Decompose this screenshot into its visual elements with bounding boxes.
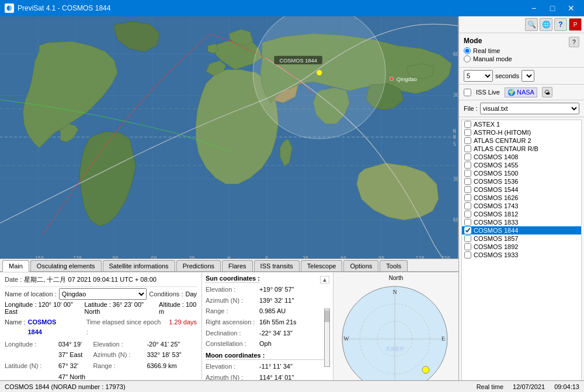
satellite-list-item[interactable]: ATLAS CENTAUR 2 xyxy=(462,136,581,145)
sun-ra-val: 16h 55m 21s xyxy=(259,317,297,328)
satellite-checkbox[interactable] xyxy=(464,211,471,218)
date-row: Date : 星期二, 十二月 07 2021 09:04:11 UTC + 0… xyxy=(5,275,197,287)
sun-const-label: Constellation : xyxy=(206,338,258,349)
date-value: 星期二, 十二月 07 2021 09:04:11 UTC + 08:00 xyxy=(24,275,157,285)
satellite-list-item[interactable]: COSMOS 1933 xyxy=(462,251,581,259)
tab-flares[interactable]: Flares xyxy=(222,260,253,271)
satellite-checkbox[interactable] xyxy=(464,153,471,160)
satellite-list-item[interactable]: ASTRO-H (HITOMI) xyxy=(462,128,581,136)
satellite-checkbox[interactable] xyxy=(464,170,471,177)
satellite-list-item[interactable]: COSMOS 1743 xyxy=(462,202,581,210)
satellite-list-item[interactable]: COSMOS 1812 xyxy=(462,210,581,218)
help-icon[interactable]: ? xyxy=(554,18,567,31)
globe-icon[interactable]: 🌐 xyxy=(540,18,552,31)
tab-satellite-info[interactable]: Satellite informations xyxy=(103,260,175,271)
svg-text:-60: -60 xyxy=(148,256,157,258)
satellite-list-item[interactable]: COSMOS 1536 xyxy=(462,177,581,186)
satellite-checkbox[interactable] xyxy=(464,137,471,144)
sun-moon-panel: Sun coordinates : ▲ Elevation :+19° 09' … xyxy=(201,272,333,380)
sun-azim-val: 139° 32' 11" xyxy=(259,295,294,306)
real-time-radio[interactable] xyxy=(464,47,471,54)
satellite-list-item[interactable]: COSMOS 1408 xyxy=(462,153,581,161)
zoom-icon[interactable]: 🔍 xyxy=(525,18,538,31)
satellite-list[interactable]: ASTEX 1ASTRO-H (HITOMI)ATLAS CENTAUR 2AT… xyxy=(461,120,582,390)
iss-checkbox[interactable] xyxy=(464,89,471,96)
user-icon[interactable]: P xyxy=(569,18,582,31)
satellite-checkbox[interactable] xyxy=(464,251,471,258)
tab-iss[interactable]: ISS transits xyxy=(254,260,300,271)
satellite-list-item[interactable]: ASTEX 1 xyxy=(462,120,581,128)
manual-mode-option[interactable]: Manual mode xyxy=(464,55,579,62)
satellite-list-item[interactable]: COSMOS 1857 xyxy=(462,235,581,243)
close-button[interactable]: ✕ xyxy=(563,0,579,16)
file-select[interactable]: visual.txt xyxy=(480,103,579,114)
satellite-checkbox[interactable] xyxy=(464,145,471,152)
svg-text:-90: -90 xyxy=(110,256,119,258)
satellite-name: ATLAS CENTAUR R/B xyxy=(474,145,538,152)
file-row: File : visual.txt xyxy=(459,100,584,117)
satellite-checkbox[interactable] xyxy=(464,227,471,234)
lat2-val: 67° 32' 47" North xyxy=(58,360,88,380)
world-map[interactable]: COSMOS 1844 Qingdao -150 -120 -90 -60 -3… xyxy=(0,16,458,258)
satellite-checkbox[interactable] xyxy=(464,162,471,169)
svg-text:150: 150 xyxy=(442,256,450,258)
satellite-list-item[interactable]: COSMOS 1544 xyxy=(462,186,581,194)
satellite-checkbox[interactable] xyxy=(464,121,471,128)
status-date: 12/07/2021 xyxy=(513,383,545,390)
sun-moon-scrollbar[interactable] xyxy=(324,309,330,367)
tab-osculating[interactable]: Osculating elements xyxy=(30,260,102,271)
svg-text:W: W xyxy=(343,335,349,342)
satellite-checkbox[interactable] xyxy=(464,243,471,250)
satellite-list-item[interactable]: COSMOS 1500 xyxy=(462,169,581,177)
seconds-dropdown[interactable]: ▼ xyxy=(522,70,534,82)
satellite-checkbox[interactable] xyxy=(464,186,471,193)
lon2-val: 034° 19' 37" East xyxy=(58,339,88,360)
maximize-button[interactable]: □ xyxy=(544,0,561,16)
satellite-list-item[interactable]: COSMOS 1626 xyxy=(462,194,581,202)
satellite-checkbox[interactable] xyxy=(464,235,471,242)
seconds-select[interactable]: 5 xyxy=(464,70,493,82)
sun-scroll-up[interactable]: ▲ xyxy=(320,276,329,284)
moon-title: Moon coordinates : xyxy=(206,352,329,360)
tab-options[interactable]: Options xyxy=(343,260,378,271)
satellite-checkbox[interactable] xyxy=(464,219,471,226)
polar-plot: N E W S 天涯星空 xyxy=(339,284,453,392)
tab-main[interactable]: Main xyxy=(2,260,29,272)
satellite-name: COSMOS 1455 xyxy=(474,162,518,169)
manual-mode-radio[interactable] xyxy=(464,55,471,62)
window-title: PreviSat 4.1 - COSMOS 1844 xyxy=(18,4,526,12)
tab-telescope[interactable]: Telescope xyxy=(301,260,343,271)
svg-text:E: E xyxy=(441,335,444,342)
svg-text:天涯星空: 天涯星空 xyxy=(385,346,404,352)
satellite-checkbox[interactable] xyxy=(464,129,471,136)
satellite-name: COSMOS 1892 xyxy=(474,243,518,250)
satellite-list-item[interactable]: COSMOS 1844 xyxy=(462,226,581,235)
scrollbar-thumb xyxy=(325,310,329,322)
tab-predictions[interactable]: Predictions xyxy=(176,260,221,271)
conditions-label: Conditions : xyxy=(149,290,183,298)
satellite-checkbox[interactable] xyxy=(464,202,471,209)
tab-tools[interactable]: Tools xyxy=(380,260,408,271)
weather-icon[interactable]: 🌤 xyxy=(542,87,552,97)
satellite-checkbox[interactable] xyxy=(464,194,471,201)
satellite-list-item[interactable]: COSMOS 1833 xyxy=(462,218,581,226)
mode-help-icon[interactable]: ? xyxy=(569,37,579,47)
satellite-list-item[interactable]: COSMOS 1455 xyxy=(462,161,581,169)
satellite-name: COSMOS 1833 xyxy=(474,219,518,226)
nasa-button[interactable]: 🌍 NASA xyxy=(505,88,537,97)
satellite-name: ASTEX 1 xyxy=(474,121,500,128)
location-select[interactable]: Qingdao xyxy=(59,288,147,300)
satellite-list-item[interactable]: ATLAS CENTAUR R/B xyxy=(462,145,581,153)
name-label: Name : xyxy=(5,317,25,328)
seconds-control: 5 seconds ▼ xyxy=(459,68,584,85)
svg-point-25 xyxy=(390,77,393,80)
north-label: North xyxy=(389,272,403,281)
satellite-checkbox[interactable] xyxy=(464,178,471,185)
moon-azim-label: Azimuth (N) : xyxy=(206,372,258,380)
status-satellite: COSMOS 1844 (NORAD number : 17973) xyxy=(5,383,467,390)
minimize-button[interactable]: − xyxy=(526,0,542,16)
satellite-list-item[interactable]: COSMOS 1892 xyxy=(462,243,581,251)
moon-elev-val: -11° 11' 34" xyxy=(259,361,293,372)
svg-point-22 xyxy=(317,69,322,75)
real-time-option[interactable]: Real time xyxy=(464,47,579,54)
